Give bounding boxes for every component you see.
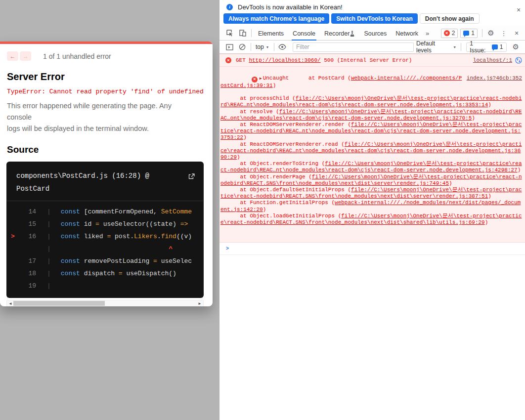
frame-function: at Object.defaultGetInitialProps ( — [220, 187, 351, 193]
line-number: 18 — [19, 270, 36, 277]
error-line-marker — [6, 220, 19, 228]
issues-counter[interactable]: 1 Issue: 1 — [466, 42, 506, 52]
code-line: | ^ — [6, 243, 204, 255]
issues-count: 1 — [500, 43, 503, 50]
flask-icon — [350, 30, 355, 37]
issue-bubble-icon — [492, 44, 498, 49]
gutter-divider: | — [42, 208, 51, 215]
code-line-19: 19| — [6, 280, 204, 292]
error-icon: × — [252, 77, 258, 83]
tab-elements[interactable]: Elements — [254, 26, 288, 41]
code-line-18: 18|const dispatch = useDispatch() — [6, 267, 204, 280]
log-levels-dropdown[interactable]: Default levels ▼ — [414, 40, 459, 54]
javascript-context-dropdown[interactable]: top ▼ — [253, 43, 272, 50]
switch-devtools-to-korean-button[interactable]: Switch DevTools to Korean — [331, 13, 417, 24]
issue-circle-icon[interactable] — [515, 57, 522, 64]
stack-frame: at Function.getInitialProps (webpack-int… — [220, 200, 522, 212]
close-paren: ) — [273, 83, 276, 88]
code-text: const dispatch = useDispatch() — [51, 270, 176, 277]
expand-triangle-icon[interactable]: ▶ — [260, 76, 262, 81]
at-postcard-text: at PostCard ( — [289, 75, 350, 81]
device-toolbar-icon[interactable] — [236, 27, 249, 40]
open-in-editor-icon[interactable] — [188, 172, 195, 185]
frame-function: at processChild ( — [220, 95, 296, 101]
scroll-left-arrow-icon[interactable]: ◄ — [7, 300, 13, 306]
tab-console[interactable]: Console — [288, 26, 320, 41]
error-line-marker — [6, 282, 19, 290]
banner-buttons: Always match Chrome's languageSwitch Dev… — [223, 13, 525, 24]
line-number: 15 — [19, 220, 36, 228]
scroll-right-arrow-icon[interactable]: ► — [197, 300, 203, 306]
error-count-label: 1 of 1 unhandled error — [43, 52, 111, 60]
code-frame-file-header: components\PostCard.js (16:28) @ PostCar… — [6, 168, 203, 201]
chevron-down-icon: ▼ — [266, 45, 269, 49]
network-error-text: GET http://localhost:3060/ 500 (Internal… — [236, 57, 412, 63]
error-line-marker — [6, 270, 19, 277]
code-horizontal-scrollbar[interactable]: ◄ ► — [6, 300, 204, 306]
previous-error-button[interactable]: ← — [7, 51, 18, 61]
eye-icon[interactable] — [276, 41, 289, 53]
code-text: const id = useSelector((state) => — [51, 220, 188, 228]
error-source-link[interactable]: index.js?46cb:352 — [467, 75, 522, 82]
issues-label: 1 Issue: — [470, 40, 490, 54]
line-number: 17 — [19, 257, 36, 265]
banner-close-icon[interactable]: × — [515, 6, 523, 14]
frame-close-paren: ) — [243, 134, 247, 140]
always-match-chrome-s-language-button[interactable]: Always match Chrome's language — [223, 13, 329, 24]
close-devtools-icon[interactable]: × — [510, 27, 523, 40]
error-description-line1: This error happened while generating the… — [7, 102, 172, 121]
settings-gear-icon[interactable]: ⚙ — [484, 27, 497, 40]
code-lines: 14|const [commentFormOpened, SetComme15|… — [6, 201, 204, 292]
error-badge-icon: × — [444, 30, 450, 36]
stack-frames: at processChild (file://C:\Users\moonj\O… — [220, 95, 522, 226]
code-frame: components\PostCard.js (16:28) @ PostCar… — [6, 162, 204, 298]
request-url-link[interactable]: http://localhost:3060/ — [249, 57, 320, 63]
stack-frame: at Object.renderToString (file://C:\User… — [220, 161, 522, 173]
next-error-button[interactable]: → — [20, 51, 31, 61]
stack-frame: at resolve (file://C:\Users\moonj\OneDri… — [220, 109, 522, 122]
console-prompt-row[interactable]: > — [219, 243, 525, 255]
frame-function: at ReactDOMServerRenderer.render ( — [220, 122, 351, 127]
console-messages-badge[interactable]: 1 — [460, 29, 478, 38]
frame-close-paren: ) — [449, 180, 452, 186]
console-settings-gear-icon[interactable]: ⚙ — [510, 41, 522, 53]
info-icon: i — [226, 4, 233, 10]
gutter-divider: | — [42, 282, 51, 290]
devtools-tab-bar: ElementsConsoleRecorder SourcesNetwork »… — [219, 26, 525, 41]
error-line-marker: > — [6, 233, 19, 240]
filter-input[interactable] — [293, 42, 414, 52]
tab-recorder[interactable]: Recorder — [320, 26, 359, 41]
uncaught-error-body: index.js?46cb:352×▶Uncaught at PostCard … — [220, 69, 522, 239]
message-badge-count: 1 — [471, 30, 475, 37]
network-source-link[interactable]: localhost/:1 — [473, 57, 512, 63]
devtools-panel: i DevTools is now available in Korean! ×… — [219, 0, 525, 420]
frame-function: at Object.renderPage ( — [220, 174, 312, 180]
tab-network[interactable]: Network — [391, 26, 423, 41]
clear-console-icon[interactable] — [236, 41, 248, 53]
scrollbar-thumb[interactable] — [13, 301, 105, 306]
more-tabs-icon[interactable]: » — [423, 30, 432, 37]
don-t-show-again-button[interactable]: Don't show again — [420, 13, 480, 24]
line-number: 19 — [19, 282, 36, 290]
code-text: const liked = post.Likers.find((v) — [51, 233, 192, 240]
more-options-icon[interactable]: ⋮ — [497, 27, 510, 40]
inspect-element-icon[interactable] — [223, 27, 236, 40]
console-sidebar-icon[interactable] — [223, 41, 236, 53]
tab-sources[interactable]: Sources — [359, 26, 391, 41]
error-title: Server Error — [7, 71, 206, 83]
gutter-divider: | — [42, 270, 51, 277]
frame-close-paren: ) — [263, 207, 266, 212]
frame-close-paren: ) — [485, 219, 488, 225]
code-text: const [commentFormOpened, SetComme — [51, 208, 192, 215]
error-description: This error happened while generating the… — [7, 100, 196, 134]
frame-function: at Object.renderToString ( — [220, 161, 325, 167]
request-method: GET — [236, 57, 249, 63]
frame-function: at resolve ( — [220, 109, 279, 115]
stack-frame: at ReactDOMServerRenderer.read (file://C… — [220, 141, 522, 161]
source-heading: Source — [7, 144, 206, 155]
error-line-marker — [6, 208, 19, 215]
frame-function: at Object.loadGetInitialProps ( — [220, 213, 341, 219]
console-errors-badge[interactable]: × 2 — [441, 29, 458, 38]
banner-message: DevTools is now available in Korean! — [238, 3, 343, 11]
code-line-17: 17|const removePostLoading = useSelec — [6, 255, 204, 267]
